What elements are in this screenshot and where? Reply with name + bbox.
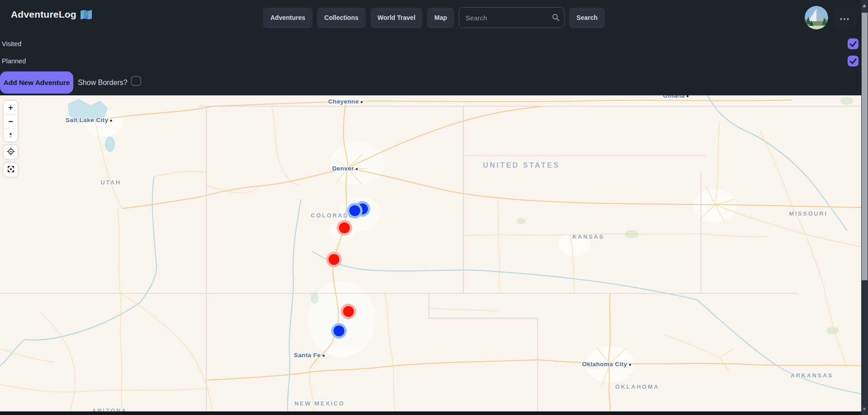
geolocate-button[interactable] bbox=[4, 145, 18, 159]
nav-item-map[interactable]: Map bbox=[427, 8, 454, 28]
world-map-emoji-icon bbox=[80, 10, 92, 19]
user-avatar[interactable] bbox=[805, 6, 828, 29]
page-scrollbar[interactable] bbox=[861, 0, 868, 415]
city-dot-icon: ● bbox=[360, 99, 363, 104]
app-logo[interactable]: AdventureLog bbox=[11, 9, 92, 20]
state-label-kansas: KANSAS bbox=[572, 233, 605, 240]
ellipsis-icon: ●●● bbox=[840, 17, 850, 21]
adventure-marker-visited[interactable] bbox=[343, 306, 354, 317]
visited-checkbox[interactable] bbox=[848, 38, 858, 49]
nav-item-world-travel[interactable]: World Travel bbox=[370, 8, 423, 28]
primary-nav: AdventuresCollectionsWorld TravelMap Sea… bbox=[263, 7, 605, 28]
adventurelog-app: AdventureLog AdventuresCollectionsWorld … bbox=[0, 0, 868, 415]
search-box bbox=[459, 7, 565, 28]
map-canvas[interactable]: UNITED STATESUTAHCOLORADOKANSASMISSOURIN… bbox=[0, 95, 861, 411]
more-menu-button[interactable]: ●●● bbox=[834, 7, 856, 28]
city-dot-icon: ● bbox=[355, 166, 358, 171]
city-label-cheyenne: Cheyenne● bbox=[328, 98, 363, 105]
state-label-colorado: COLORADO bbox=[311, 212, 355, 219]
basemap-tiles bbox=[0, 95, 861, 411]
search-button[interactable]: Search bbox=[569, 8, 605, 28]
adventure-marker-visited[interactable] bbox=[339, 222, 350, 233]
filter-row-visited: Visited bbox=[0, 35, 868, 52]
country-label-united-states: UNITED STATES bbox=[483, 161, 560, 170]
filter-rows: VisitedPlanned bbox=[0, 35, 868, 70]
fullscreen-button[interactable] bbox=[4, 163, 18, 177]
map-controls: + − ▲▼ bbox=[4, 101, 18, 180]
city-dot-icon: ● bbox=[322, 353, 325, 358]
adventure-marker-planned[interactable] bbox=[334, 325, 344, 336]
scroll-up-icon[interactable] bbox=[863, 4, 866, 7]
search-input[interactable] bbox=[459, 7, 565, 28]
nav-item-adventures[interactable]: Adventures bbox=[263, 8, 313, 28]
city-label-salt-lake-city: Salt Lake City● bbox=[66, 117, 113, 123]
compass-icon: ▲▼ bbox=[9, 132, 13, 138]
city-label-oklahoma-city: Oklahoma City● bbox=[582, 361, 632, 368]
city-dot-icon: ● bbox=[686, 95, 689, 99]
footer-bar bbox=[0, 412, 868, 415]
state-label-new-mexico: NEW MEXICO bbox=[294, 400, 344, 407]
planned-label: Planned bbox=[2, 57, 26, 65]
state-label-missouri: MISSOURI bbox=[789, 210, 827, 217]
zoom-out-button[interactable]: − bbox=[4, 114, 18, 128]
geolocate-icon bbox=[7, 147, 15, 157]
city-label-omaha: Omaha● bbox=[663, 95, 689, 99]
state-label-oklahoma: OKLAHOMA bbox=[615, 383, 659, 390]
show-borders-checkbox[interactable] bbox=[131, 76, 141, 86]
compass-pitch-button[interactable]: ▲▼ bbox=[4, 128, 18, 141]
city-dot-icon: ● bbox=[110, 118, 113, 123]
action-row: Add New Adventure Show Borders? bbox=[0, 70, 868, 95]
navbar-right: ●●● bbox=[805, 0, 856, 35]
zoom-control-group: + − ▲▼ bbox=[4, 101, 18, 141]
nav-items: AdventuresCollectionsWorld TravelMap bbox=[263, 8, 454, 28]
adventure-marker-visited[interactable] bbox=[329, 254, 339, 265]
app-title: AdventureLog bbox=[11, 9, 76, 20]
filter-panel: VisitedPlanned Add New Adventure Show Bo… bbox=[0, 35, 868, 95]
adventure-marker-planned[interactable] bbox=[349, 205, 360, 216]
state-label-utah: UTAH bbox=[100, 179, 121, 186]
nav-item-collections[interactable]: Collections bbox=[317, 8, 366, 28]
search-icon bbox=[552, 14, 560, 23]
filter-row-planned: Planned bbox=[0, 52, 868, 70]
show-borders-label: Show Borders? bbox=[78, 79, 127, 87]
state-label-arizona: ARIZONA bbox=[92, 407, 127, 412]
scroll-down-icon[interactable] bbox=[863, 408, 866, 411]
navbar: AdventureLog AdventuresCollectionsWorld … bbox=[0, 0, 868, 35]
visited-label: Visited bbox=[2, 40, 21, 47]
planned-checkbox[interactable] bbox=[848, 56, 858, 66]
add-new-adventure-button[interactable]: Add New Adventure bbox=[0, 71, 73, 94]
scrollbar-thumb[interactable] bbox=[862, 13, 868, 280]
zoom-in-button[interactable]: + bbox=[4, 101, 18, 114]
city-dot-icon: ● bbox=[629, 362, 632, 367]
fullscreen-icon bbox=[7, 165, 15, 174]
state-label-arkansas: ARKANSAS bbox=[791, 372, 833, 379]
city-label-santa-fe: Santa Fe● bbox=[294, 352, 325, 358]
city-label-denver: Denver● bbox=[332, 165, 358, 172]
